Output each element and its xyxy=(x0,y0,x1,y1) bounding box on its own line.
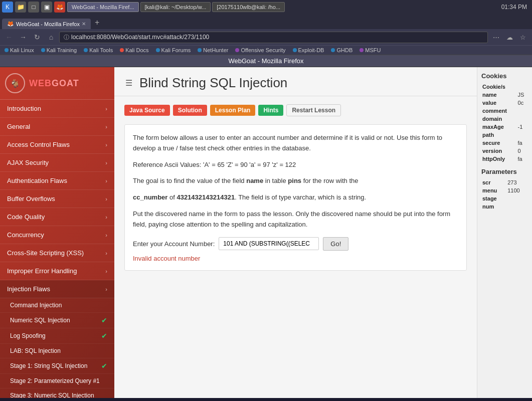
bookmark-nethunter[interactable]: NetHunter xyxy=(196,47,230,54)
app-container: 🐐 WEBGOAT Introduction › General › Acces… xyxy=(0,67,532,398)
tab-favicon: 🦊 xyxy=(7,21,14,27)
sidebar-subitem-stage2[interactable]: Stage 2: Parameterized Query #1 xyxy=(0,374,114,388)
bookmark-offensive-security[interactable]: Offensive Security xyxy=(234,47,287,54)
chevron-right-icon: › xyxy=(105,106,107,112)
cookie-version-value: 0 xyxy=(517,147,528,155)
tab-hints[interactable]: Hints xyxy=(258,105,283,116)
cookie-secure-value: fa xyxy=(517,139,528,147)
chevron-right-icon: › xyxy=(105,232,107,238)
page-title: Blind String SQL Injection xyxy=(139,75,287,91)
cookie-value-value: 0c xyxy=(517,99,528,107)
cookie-path-value xyxy=(517,131,528,139)
bookmark-kali-tools[interactable]: Kali Tools xyxy=(82,47,114,54)
sidebar-item-buffer[interactable]: Buffer Overflows › xyxy=(0,190,114,208)
chevron-right-icon: › xyxy=(105,142,107,148)
bookmark-ghdb[interactable]: GHDB xyxy=(329,47,354,54)
reload-button[interactable]: ↻ xyxy=(31,31,43,43)
sidebar-item-injection-flaws[interactable]: Injection Flaws › xyxy=(0,280,114,298)
taskbar-window-webgoat[interactable]: WebGoat - Mozilla Firef... xyxy=(67,2,139,12)
window-title-text: WebGoat - Mozilla Firefox xyxy=(228,57,303,65)
cookie-name-label: name xyxy=(481,91,517,99)
taskbar-window-label: WebGoat - Mozilla Firef... xyxy=(72,4,134,10)
cookie-value-label: value xyxy=(481,99,517,107)
bookmark-kali-forums[interactable]: Kali Forums xyxy=(154,47,193,54)
taskbar-icon-firefox[interactable]: 🦊 xyxy=(54,2,65,13)
bookmark-kali-linux[interactable]: Kali Linux xyxy=(3,47,36,54)
sidebar-subitem-stage3[interactable]: Stage 3: Numeric SQL Injection xyxy=(0,388,114,398)
sidebar-item-code-quality[interactable]: Code Quality › xyxy=(0,208,114,226)
bookmark-msfu[interactable]: MSFU xyxy=(358,47,382,54)
tab-restart-lesson[interactable]: Restart Lesson xyxy=(286,104,341,116)
cookies-table: Cookie/s name JS value 0c comment xyxy=(481,83,528,163)
chevron-right-icon: › xyxy=(105,268,107,274)
description-5: Put the discovered name in the form to p… xyxy=(133,209,458,230)
tab-title: WebGoat - Mozilla Firefox xyxy=(16,21,80,27)
cookie-col-header: Cookie/s xyxy=(481,83,528,91)
sidebar-item-general[interactable]: General › xyxy=(0,118,114,136)
check-icon: ✔ xyxy=(101,332,107,340)
browser-toolbar: ← → ↻ ⌂ ⓘ ⋯ ☁ ☆ xyxy=(0,29,532,45)
address-bar: ⓘ xyxy=(59,32,488,43)
star-button[interactable]: ☆ xyxy=(517,31,529,43)
description-4: cc_number of 4321432143214321. The field… xyxy=(133,192,458,203)
bookmark-star-button[interactable]: ⋯ xyxy=(490,31,502,43)
home-button[interactable]: ⌂ xyxy=(45,31,57,43)
sidebar-item-error-handling[interactable]: Improper Error Handling › xyxy=(0,262,114,280)
sidebar-subitem-numeric-sql[interactable]: Numeric SQL Injection ✔ xyxy=(0,313,114,328)
param-scr-label: scr xyxy=(481,178,506,186)
chevron-right-icon: › xyxy=(105,250,107,256)
cookie-path-label: path xyxy=(481,131,517,139)
sidebar-logo-icon: 🐐 xyxy=(5,73,25,93)
cookie-name-value: JS xyxy=(517,91,528,99)
bookmark-kali-training[interactable]: Kali Training xyxy=(40,47,79,54)
browser-tabs: 🦊 WebGoat - Mozilla Firefox ✕ + xyxy=(0,14,532,29)
bookmark-exploit-db[interactable]: Exploit-DB xyxy=(291,47,326,54)
taskbar-icon-app[interactable]: ▣ xyxy=(41,2,52,13)
taskbar-icon-terminal[interactable]: □ xyxy=(28,2,39,13)
back-button[interactable]: ← xyxy=(3,31,15,43)
param-num-value xyxy=(506,203,528,211)
tab-close-icon[interactable]: ✕ xyxy=(82,21,86,27)
new-tab-button[interactable]: + xyxy=(92,16,102,29)
taskbar-icon-files[interactable]: 📁 xyxy=(15,2,26,13)
sidebar-item-ajax[interactable]: AJAX Security › xyxy=(0,154,114,172)
chevron-right-icon: › xyxy=(105,196,107,202)
url-input[interactable] xyxy=(71,34,483,41)
sidebar-item-xss[interactable]: Cross-Site Scripting (XSS) › xyxy=(0,244,114,262)
go-button[interactable]: Go! xyxy=(323,237,348,251)
cookie-httponly-label: httpOnly xyxy=(481,155,517,163)
description-1: The form below allows a user to enter an… xyxy=(133,133,458,154)
param-menu-value: 1100 xyxy=(506,186,528,194)
taskbar: K 📁 □ ▣ 🦊 WebGoat - Mozilla Firef... [ka… xyxy=(0,0,532,14)
sidebar-subitem-command-injection[interactable]: Command Injection xyxy=(0,298,114,313)
tab-lesson-plan[interactable]: Lesson Plan xyxy=(210,105,256,116)
sidebar-item-auth-flaws[interactable]: Authentication Flaws › xyxy=(0,172,114,190)
tab-java-source[interactable]: Java Source xyxy=(124,105,170,116)
tab-solution[interactable]: Solution xyxy=(173,105,207,116)
taskbar-time: 01:34 PM xyxy=(501,4,527,11)
sidebar-item-introduction[interactable]: Introduction › xyxy=(0,100,114,118)
sidebar-item-concurrency[interactable]: Concurrency › xyxy=(0,226,114,244)
cookie-comment-label: comment xyxy=(481,107,517,115)
forward-button[interactable]: → xyxy=(17,31,29,43)
bookmarks-bar: Kali Linux Kali Training Kali Tools Kali… xyxy=(0,45,532,55)
bookmark-kali-docs[interactable]: Kali Docs xyxy=(118,47,150,54)
table-name-highlight: pins xyxy=(288,177,301,184)
chevron-right-icon: › xyxy=(105,178,107,184)
taskbar-icon-kali[interactable]: K xyxy=(2,2,13,13)
cc-number-label: cc_number xyxy=(133,193,167,201)
taskbar-window-terminal2[interactable]: [20175110wlb@kali: /ho... xyxy=(212,2,285,12)
sidebar-subitem-stage1[interactable]: Stage 1: String SQL Injection ✔ xyxy=(0,358,114,374)
hamburger-button[interactable]: ☰ xyxy=(124,77,133,89)
taskbar-window-terminal1[interactable]: [kali@kali: ~/Desktop/w... xyxy=(140,2,211,12)
param-stage-value xyxy=(506,194,528,203)
sidebar-subitem-log-spoofing[interactable]: Log Spoofing ✔ xyxy=(0,328,114,344)
taskbar-window-label: [kali@kali: ~/Desktop/w... xyxy=(145,4,207,10)
account-number-input[interactable] xyxy=(219,237,319,250)
sidebar-subitem-lab-sql[interactable]: LAB: SQL Injection xyxy=(0,344,114,358)
pocket-button[interactable]: ☁ xyxy=(503,31,515,43)
right-panel: Cookies Cookie/s name JS value 0c c xyxy=(477,67,532,398)
sidebar-item-access-control[interactable]: Access Control Flaws › xyxy=(0,136,114,154)
field-name-highlight: name xyxy=(246,177,263,184)
browser-tab-webgoat[interactable]: 🦊 WebGoat - Mozilla Firefox ✕ xyxy=(2,19,91,29)
